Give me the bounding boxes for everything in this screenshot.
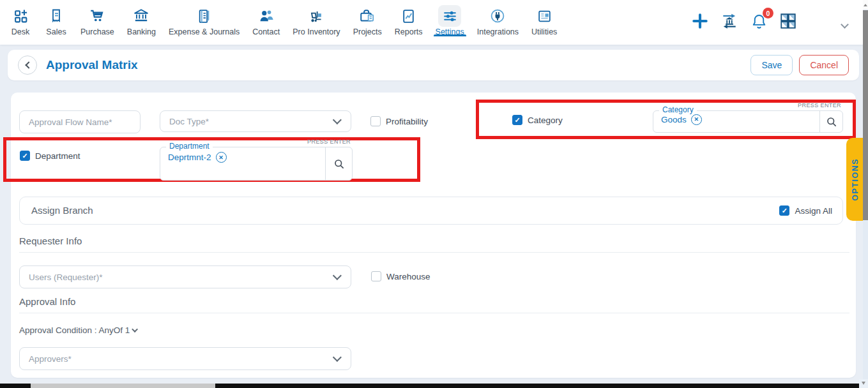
chevron-down-icon bbox=[132, 326, 138, 332]
nav-item-reports[interactable]: Reports bbox=[388, 0, 429, 36]
warehouse-label: Warehouse bbox=[386, 272, 430, 281]
nav-item-purchase[interactable]: Purchase bbox=[74, 0, 121, 36]
nav-item-desk[interactable]: Desk bbox=[3, 0, 38, 36]
scroll-up-arrow[interactable] bbox=[863, 0, 868, 10]
approval-info-heading: Approval Info bbox=[19, 296, 75, 307]
nav-item-sales[interactable]: Sales bbox=[38, 0, 74, 36]
highlight-box-department: Department Department PRESS ENTER Deprtm… bbox=[3, 137, 420, 182]
chevron-down-icon bbox=[333, 116, 342, 124]
triangle-up-icon bbox=[864, 4, 867, 6]
approval-condition-dropdown[interactable]: Approval Condition : AnyOf 1 bbox=[19, 325, 138, 335]
warehouse-checkbox[interactable] bbox=[371, 271, 381, 281]
remove-chip-icon[interactable]: ✕ bbox=[216, 152, 227, 163]
profitability-checkbox[interactable] bbox=[370, 116, 381, 126]
search-icon bbox=[826, 116, 837, 128]
assign-all-row: Assign All bbox=[779, 205, 832, 216]
nav-label: Sales bbox=[46, 27, 66, 36]
save-button[interactable]: Save bbox=[750, 55, 793, 75]
nav-label: Utilities bbox=[531, 27, 557, 36]
assign-branch-label: Assign Branch bbox=[31, 197, 93, 225]
vertical-scrollbar-thumb[interactable] bbox=[863, 10, 868, 220]
assign-all-label: Assign All bbox=[795, 206, 832, 216]
department-checkbox-row: Department bbox=[20, 151, 80, 161]
utilities-icon bbox=[533, 5, 556, 27]
category-label: Category bbox=[528, 116, 563, 125]
sales-icon bbox=[45, 5, 68, 27]
main-nav: Desk Sales Purchase Banking bbox=[3, 0, 563, 45]
remove-chip-icon[interactable]: ✕ bbox=[691, 114, 702, 125]
page-title: Approval Matrix bbox=[46, 50, 138, 80]
nav-item-projects[interactable]: Projects bbox=[347, 0, 388, 36]
nav-item-banking[interactable]: Banking bbox=[121, 0, 162, 36]
assign-all-checkbox[interactable] bbox=[779, 205, 789, 216]
chevron-left-icon bbox=[25, 61, 32, 68]
projects-icon bbox=[356, 5, 379, 27]
profitability-label: Profitability bbox=[386, 117, 428, 126]
profitability-checkbox-row: Profitability bbox=[370, 116, 428, 126]
top-action-icons: 0 bbox=[690, 11, 798, 31]
department-chip-area[interactable]: Deprtmnt-2 ✕ bbox=[160, 147, 325, 180]
apps-grid-icon[interactable] bbox=[778, 11, 798, 31]
users-requester-placeholder: Users (Requester)* bbox=[29, 272, 103, 282]
notifications-bell-icon[interactable]: 0 bbox=[749, 11, 769, 31]
department-tag-field[interactable]: Department PRESS ENTER Deprtmnt-2 ✕ bbox=[160, 147, 353, 181]
nav-label: Purchase bbox=[80, 27, 114, 36]
desk-icon bbox=[9, 5, 32, 27]
header-actions: Save Cancel bbox=[750, 55, 849, 75]
category-field-legend: Category bbox=[659, 105, 697, 114]
nav-label: Pro Inventory bbox=[293, 27, 340, 36]
nav-item-expense-journals[interactable]: Expense & Journals bbox=[162, 0, 246, 36]
requester-info-heading: Requester Info bbox=[19, 235, 82, 246]
users-requester-select[interactable]: Users (Requester)* bbox=[19, 265, 351, 288]
press-enter-hint: PRESS ENTER bbox=[798, 102, 841, 108]
nav-label: Banking bbox=[127, 27, 156, 36]
add-new-button[interactable] bbox=[690, 11, 710, 31]
page-header: Approval Matrix Save Cancel bbox=[8, 50, 859, 80]
department-field-legend: Department bbox=[166, 142, 213, 151]
divider bbox=[19, 313, 849, 313]
contact-icon bbox=[255, 5, 278, 27]
nav-item-utilities[interactable]: Utilities bbox=[525, 0, 563, 36]
chevron-down-icon bbox=[333, 353, 342, 362]
category-tag-field[interactable]: Category PRESS ENTER Goods ✕ bbox=[653, 110, 843, 133]
highlight-box-category: Category Category PRESS ENTER Goods ✕ bbox=[476, 100, 856, 139]
category-chip: Goods ✕ bbox=[661, 114, 702, 125]
chevron-down-icon bbox=[333, 271, 342, 280]
cancel-button[interactable]: Cancel bbox=[799, 55, 849, 75]
options-tab-label: OPTIONS bbox=[851, 158, 860, 201]
settings-icon bbox=[438, 5, 461, 27]
options-side-tab[interactable]: OPTIONS bbox=[846, 138, 864, 221]
nav-label: Reports bbox=[395, 27, 423, 36]
department-checkbox[interactable] bbox=[20, 151, 30, 161]
press-enter-hint: PRESS ENTER bbox=[307, 138, 351, 145]
category-checkbox[interactable] bbox=[512, 115, 522, 125]
pro-inventory-icon bbox=[305, 5, 328, 27]
nav-item-pro-inventory[interactable]: Pro Inventory bbox=[286, 0, 346, 36]
approvers-select[interactable]: Approvers* bbox=[19, 347, 351, 370]
scrollbar-corner bbox=[859, 379, 868, 388]
nav-item-contact[interactable]: Contact bbox=[246, 0, 286, 36]
approval-flow-name-input[interactable] bbox=[19, 110, 141, 133]
category-checkbox-row: Category bbox=[512, 115, 563, 125]
nav-item-integrations[interactable]: Integrations bbox=[471, 0, 525, 36]
department-chip: Deprtmnt-2 ✕ bbox=[168, 152, 227, 163]
assign-branch-box: Assign Branch Assign All bbox=[19, 197, 843, 225]
doc-type-placeholder: Doc Type* bbox=[169, 117, 209, 126]
bank-transfer-icon[interactable] bbox=[719, 11, 740, 31]
department-label: Department bbox=[35, 151, 80, 161]
nav-label: Projects bbox=[353, 27, 382, 36]
horizontal-scrollbar-thumb[interactable] bbox=[31, 384, 215, 388]
approval-condition-label: Approval Condition : AnyOf 1 bbox=[19, 325, 130, 335]
nav-item-settings[interactable]: Settings bbox=[429, 0, 471, 36]
chip-label: Deprtmnt-2 bbox=[168, 153, 211, 162]
profile-menu-chevron-icon[interactable] bbox=[842, 19, 849, 26]
purchase-icon bbox=[86, 5, 109, 27]
approval-matrix-page: Desk Sales Purchase Banking bbox=[0, 0, 868, 388]
back-button[interactable] bbox=[18, 56, 37, 75]
nav-label: Desk bbox=[11, 27, 29, 36]
department-search-button[interactable] bbox=[325, 147, 352, 180]
notification-badge: 0 bbox=[763, 8, 773, 19]
approvers-placeholder: Approvers* bbox=[29, 354, 72, 364]
doc-type-select[interactable]: Doc Type* bbox=[160, 110, 351, 132]
category-search-button[interactable] bbox=[819, 111, 842, 132]
